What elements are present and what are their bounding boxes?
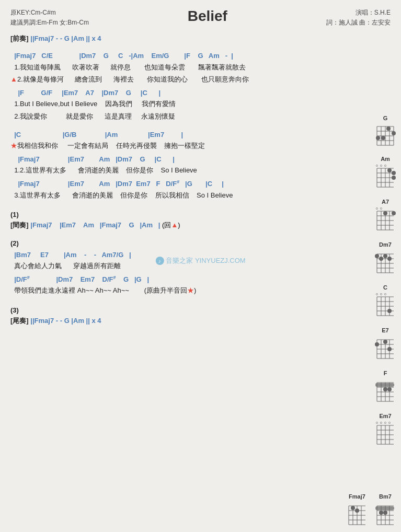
- key-info: 原KEY:Cm-C#m 建議男調:Em-Fm 女:Bm-Cm: [10, 8, 89, 28]
- main-content: [前奏] ||Fmaj7 - - G |Am || x 4 |Fmaj7 C/E…: [10, 34, 391, 326]
- part2-section: (2) |Bm7 E7 |Am - - Am7/G | 真心會給人力氣 穿越過所…: [10, 237, 357, 297]
- svg-point-77: [375, 342, 379, 346]
- svg-point-27: [392, 171, 396, 175]
- svg-point-40: [383, 211, 387, 215]
- svg-point-51: [375, 254, 379, 258]
- lyric-line-2a: 1.But I Believe,but I Believe 因為我們 我們有愛情: [10, 98, 357, 110]
- part3-label: (3): [10, 304, 357, 316]
- svg-text:o: o: [376, 292, 378, 296]
- svg-point-53: [383, 254, 387, 258]
- chord-fmaj7-bottom: Fmaj7: [346, 493, 369, 527]
- svg-point-115: [355, 508, 359, 513]
- svg-point-90: [383, 387, 387, 391]
- lyric-line-1b: ▲2.就像是每條河 總會流到 海裡去 你知道我的心 也只願意奔向你: [10, 73, 357, 85]
- svg-text:o: o: [380, 421, 382, 424]
- chord-a7: A7 o o: [374, 199, 397, 232]
- chord-f: F: [374, 370, 397, 403]
- chord-c: C o o o: [374, 284, 397, 318]
- chord-c-diagram: o o o: [374, 292, 397, 318]
- svg-text:o: o: [376, 421, 378, 424]
- chord-dm7: Dm7: [374, 241, 397, 275]
- part2-label: (2): [10, 237, 357, 249]
- lyric-line-1a: 1.我知道每陣風 吹著吹著 就停息 也知道每朵雲 飄著飄著就散去: [10, 61, 357, 73]
- chord-diagrams: G Am o o o: [374, 115, 397, 446]
- svg-point-127: [383, 511, 387, 515]
- chord-line-4: |Fmaj7 |Em7 Am |Dm7 G |C |: [10, 154, 357, 165]
- outro-line: [尾奏] ||Fmaj7 - - G |Am || x 4: [10, 316, 357, 326]
- chord-g: G: [374, 115, 397, 146]
- svg-point-26: [387, 168, 392, 172]
- part1-section: (1) [間奏] |Fmaj7 |Em7 Am |Fmaj7 G |Am | (…: [10, 209, 357, 230]
- header: 原KEY:Cm-C#m 建議男調:Em-Fm 女:Bm-Cm Belief 演唱…: [10, 8, 391, 28]
- chord-line-3: |C |G/B |Am |Em7 |: [10, 130, 357, 140]
- chord-em7: Em7 o o o o: [374, 413, 397, 446]
- chord-f-diagram: [374, 377, 397, 403]
- svg-text:o: o: [384, 421, 386, 424]
- lyric-line-4: 1.2.這世界有太多 會消逝的美麗 但你是你 So I Believe: [10, 164, 357, 176]
- bottom-chord-diagrams: Fmaj7 Bm7: [346, 493, 397, 527]
- lyric-line-2b: 2.我說愛你 就是愛你 這是真理 永遠別懷疑: [10, 110, 357, 122]
- svg-rect-125: [375, 506, 394, 510]
- svg-point-78: [383, 340, 387, 344]
- svg-rect-89: [375, 383, 394, 387]
- chord-line-1: |Fmaj7 C/E |Dm7 G C -|Am Em/G |F G Am - …: [10, 51, 357, 61]
- svg-point-67: [387, 309, 392, 313]
- svg-text:o: o: [376, 206, 378, 210]
- svg-text:o: o: [388, 421, 391, 424]
- svg-point-114: [351, 506, 355, 510]
- chord-dm7-diagram: [374, 249, 397, 275]
- svg-point-91: [387, 387, 392, 391]
- svg-point-79: [387, 347, 392, 351]
- chord-e7-diagram: [374, 334, 397, 361]
- chord-a7-diagram: o o: [374, 206, 397, 232]
- svg-point-126: [379, 511, 383, 515]
- chord-line-5: |Fmaj7 |Em7 Am |Dm7 Em7 F D/F# |G |C |: [10, 179, 357, 189]
- interlude-line: [間奏] |Fmaj7 |Em7 Am |Fmaj7 G |Am | (回▲): [10, 221, 357, 230]
- song-title: Belief: [89, 8, 326, 25]
- part2-lyric-2: 帶領我們走進永遠裡 Ah~~ Ah~~ Ah~~ (原曲升半音回★): [10, 284, 357, 296]
- chord-am-diagram: o o o: [374, 163, 397, 189]
- svg-text:o: o: [376, 164, 378, 167]
- chord-am: Am o o o: [374, 156, 397, 189]
- chord-em7-diagram: o o o o: [374, 420, 397, 446]
- chord-e7: E7: [374, 327, 397, 361]
- svg-text:o: o: [380, 164, 382, 167]
- part2-chord-2: |D/F# |Dm7 Em7 D/F# G |G |: [10, 274, 357, 285]
- svg-point-11: [386, 126, 391, 131]
- section2: |C |G/B |Am |Em7 | ★我相信我和你 一定會有結局 任時光再侵襲…: [10, 130, 357, 201]
- svg-point-54: [387, 257, 392, 261]
- chord-fmaj7-diagram: [346, 501, 369, 527]
- lyric-line-5: 3.這世界有太多 會消逝的美麗 但你是你 所以我相信 So I Believe: [10, 189, 357, 201]
- section1: |Fmaj7 C/E |Dm7 G C -|Am Em/G |F G Am - …: [10, 51, 357, 122]
- part3-section: (3) [尾奏] ||Fmaj7 - - G |Am || x 4: [10, 304, 357, 326]
- svg-point-10: [392, 131, 396, 135]
- svg-text:o: o: [384, 292, 386, 296]
- svg-text:o: o: [380, 206, 382, 210]
- chord-bm7-bottom: Bm7: [374, 493, 397, 527]
- svg-text:o: o: [380, 292, 382, 296]
- credits: 演唱：S.H.E 詞：施人誠 曲：左安安: [326, 8, 391, 28]
- watermark-icon: ♪: [155, 257, 164, 265]
- svg-point-12: [376, 136, 380, 140]
- svg-point-28: [392, 176, 396, 180]
- svg-point-41: [392, 211, 396, 215]
- svg-point-52: [379, 257, 383, 261]
- chord-bm7-diagram: [374, 501, 397, 527]
- watermark-text: 音樂之家 YINYUEZJ.COM: [166, 256, 245, 265]
- svg-point-13: [381, 136, 385, 140]
- intro-line: [前奏] ||Fmaj7 - - G |Am || x 4: [10, 34, 357, 43]
- lyric-line-3: ★我相信我和你 一定會有結局 任時光再侵襲 擁抱一樣堅定: [10, 140, 357, 152]
- watermark: ♪ 音樂之家 YINYUEZJ.COM: [155, 256, 245, 265]
- svg-text:o: o: [384, 164, 386, 167]
- chord-line-2: |F G/F |Em7 A7 |Dm7 G |C |: [10, 88, 357, 98]
- intro-section: [前奏] ||Fmaj7 - - G |Am || x 4: [10, 34, 357, 43]
- part1-label: (1): [10, 209, 357, 221]
- chord-g-diagram: [374, 122, 397, 146]
